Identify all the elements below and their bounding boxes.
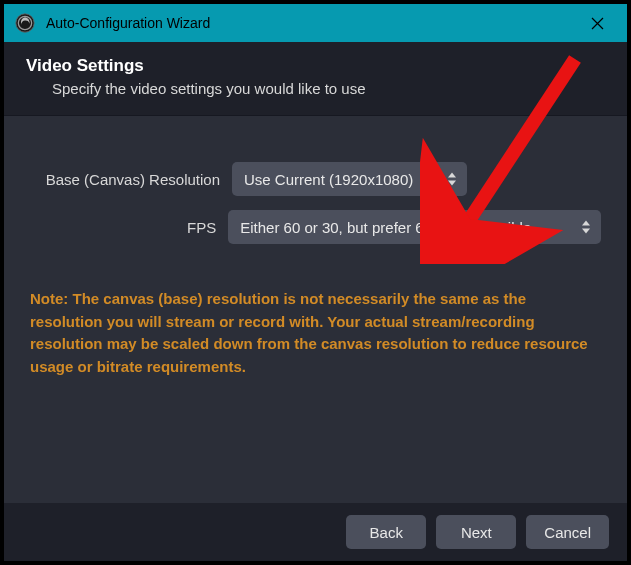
fps-select[interactable]: Either 60 or 30, but prefer 60 when poss… (228, 210, 601, 244)
titlebar[interactable]: Auto-Configuration Wizard (4, 4, 627, 42)
canvas-resolution-value: Use Current (1920x1080) (244, 171, 439, 188)
wizard-content: Base (Canvas) Resolution Use Current (19… (4, 116, 627, 503)
page-subtitle: Specify the video settings you would lik… (26, 80, 605, 97)
close-icon (591, 17, 604, 30)
canvas-resolution-select[interactable]: Use Current (1920x1080) (232, 162, 467, 196)
wizard-window: Auto-Configuration Wizard Video Settings… (3, 3, 628, 562)
back-button[interactable]: Back (346, 515, 426, 549)
wizard-header: Video Settings Specify the video setting… (4, 42, 627, 116)
wizard-footer: Back Next Cancel (4, 503, 627, 561)
close-button[interactable] (575, 7, 619, 39)
fps-label: FPS (30, 219, 228, 236)
fps-row: FPS Either 60 or 30, but prefer 60 when … (30, 210, 601, 244)
app-icon (14, 12, 36, 34)
fps-value: Either 60 or 30, but prefer 60 when poss… (240, 219, 573, 236)
window-title: Auto-Configuration Wizard (46, 15, 575, 31)
cancel-button[interactable]: Cancel (526, 515, 609, 549)
updown-spinner-icon (445, 170, 459, 188)
canvas-resolution-row: Base (Canvas) Resolution Use Current (19… (30, 162, 601, 196)
canvas-resolution-label: Base (Canvas) Resolution (30, 171, 232, 188)
next-button[interactable]: Next (436, 515, 516, 549)
page-title: Video Settings (26, 56, 605, 76)
updown-spinner-icon (579, 218, 593, 236)
note-text: Note: The canvas (base) resolution is no… (30, 288, 601, 378)
